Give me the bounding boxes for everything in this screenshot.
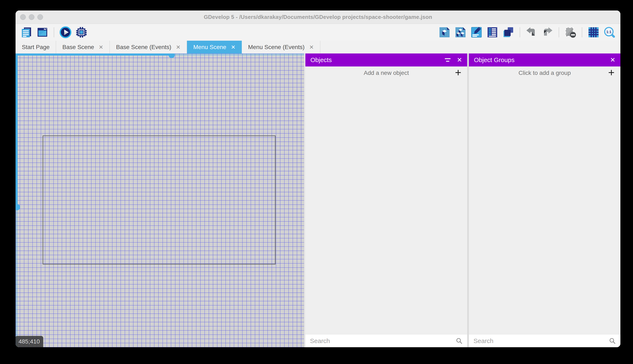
objects-list-empty xyxy=(305,80,467,334)
objects-search-bar xyxy=(305,334,467,347)
toolbar-separator xyxy=(582,27,582,37)
main-toolbar: 1:1 xyxy=(16,24,620,41)
tab-base-scene[interactable]: Base Scene ✕ xyxy=(56,41,110,54)
start-page-icon[interactable] xyxy=(36,26,49,38)
tab-menu-scene-events[interactable]: Menu Scene (Events) ✕ xyxy=(242,41,320,54)
groups-list-empty xyxy=(469,80,620,334)
grid-icon[interactable] xyxy=(587,26,600,38)
editor-tab-bar: Start Page Base Scene ✕ Base Scene (Even… xyxy=(16,41,620,54)
traffic-lights xyxy=(20,10,43,24)
close-window-button[interactable] xyxy=(20,14,26,20)
properties-icon[interactable] xyxy=(470,26,483,38)
panels-divider[interactable] xyxy=(467,54,469,347)
close-tab-icon[interactable]: ✕ xyxy=(309,44,314,50)
cursor-coordinates-value: 485;410 xyxy=(19,338,40,345)
objects-panel: Objects ✕ Add a new object + xyxy=(305,54,467,347)
object-groups-panel: Object Groups ✕ Click to add a group + xyxy=(469,54,620,347)
groups-search-bar xyxy=(469,334,620,347)
filter-icon[interactable] xyxy=(445,58,451,62)
add-object-row[interactable]: Add a new object + xyxy=(305,66,467,80)
tab-start-page[interactable]: Start Page xyxy=(16,41,56,54)
vertical-scrollbar-thumb[interactable] xyxy=(16,204,20,210)
close-tab-icon[interactable]: ✕ xyxy=(231,44,235,50)
toolbar-separator xyxy=(54,27,54,37)
tab-menu-scene[interactable]: Menu Scene ✕ xyxy=(187,41,242,54)
objects-editor-icon[interactable] xyxy=(438,26,451,38)
instances-list-icon[interactable] xyxy=(486,26,499,38)
desktop-background: GDevelop 5 - /Users/dkarakay/Documents/G… xyxy=(0,0,633,364)
horizontal-scrollbar-fill[interactable] xyxy=(16,54,172,56)
add-group-row[interactable]: Click to add a group + xyxy=(469,66,620,80)
undo-icon[interactable] xyxy=(525,26,538,38)
toolbar-separator xyxy=(520,27,520,37)
objects-panel-header: Objects ✕ xyxy=(305,54,467,66)
window-mask-icon[interactable] xyxy=(564,26,577,38)
maximize-window-button[interactable] xyxy=(37,14,43,20)
main-area: 485;410 Objects ✕ Add a new object + xyxy=(16,54,620,347)
add-object-label: Add a new object xyxy=(364,70,409,76)
scene-editor-canvas[interactable]: 485;410 xyxy=(16,54,304,347)
horizontal-scrollbar-track[interactable] xyxy=(172,54,304,56)
game-window-border xyxy=(43,136,275,264)
debug-icon[interactable] xyxy=(75,26,88,38)
close-icon[interactable]: ✕ xyxy=(457,57,462,63)
tab-base-scene-events[interactable]: Base Scene (Events) ✕ xyxy=(110,41,187,54)
object-groups-panel-header: Object Groups ✕ xyxy=(469,54,620,66)
add-group-label: Click to add a group xyxy=(518,70,571,76)
title-bar: GDevelop 5 - /Users/dkarakay/Documents/G… xyxy=(16,10,620,24)
vertical-scrollbar-fill[interactable] xyxy=(16,54,18,207)
close-tab-icon[interactable]: ✕ xyxy=(99,44,103,50)
objects-search-input[interactable] xyxy=(310,337,453,344)
plus-icon[interactable]: + xyxy=(455,66,461,79)
plus-icon[interactable]: + xyxy=(608,66,614,79)
cursor-coordinates-badge: 485;410 xyxy=(16,336,43,347)
vertical-scrollbar-track[interactable] xyxy=(16,207,18,347)
horizontal-scrollbar-thumb[interactable] xyxy=(169,54,175,58)
window-title: GDevelop 5 - /Users/dkarakay/Documents/G… xyxy=(204,14,432,20)
search-icon xyxy=(456,338,463,344)
toolbar-separator xyxy=(559,27,559,37)
close-icon[interactable]: ✕ xyxy=(610,57,615,63)
zoom-1-1-icon[interactable]: 1:1 xyxy=(603,26,616,38)
redo-icon[interactable] xyxy=(541,26,554,38)
groups-search-input[interactable] xyxy=(473,337,606,344)
search-icon xyxy=(609,338,616,344)
object-groups-editor-icon[interactable] xyxy=(454,26,467,38)
close-tab-icon[interactable]: ✕ xyxy=(176,44,180,50)
preview-play-icon[interactable] xyxy=(59,26,72,38)
layers-icon[interactable] xyxy=(502,26,515,38)
minimize-window-button[interactable] xyxy=(29,14,35,20)
toolbar-left-group xyxy=(20,26,88,38)
objects-panel-title: Objects xyxy=(310,56,438,64)
project-manager-icon[interactable] xyxy=(20,26,33,38)
toolbar-right-group: 1:1 xyxy=(438,26,616,38)
svg-text:1:1: 1:1 xyxy=(606,30,611,34)
object-groups-panel-title: Object Groups xyxy=(474,56,604,64)
gdevelop-window: GDevelop 5 - /Users/dkarakay/Documents/G… xyxy=(16,10,620,347)
